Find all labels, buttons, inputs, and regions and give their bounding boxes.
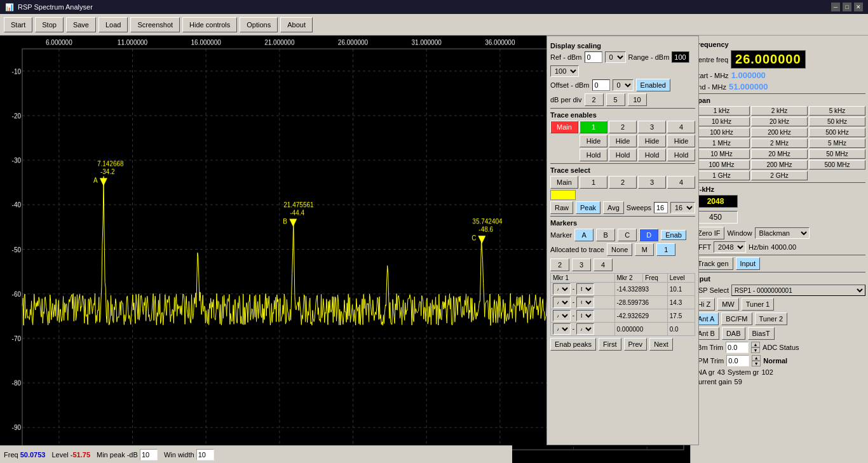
about-button[interactable]: About — [280, 17, 313, 32]
peak-button[interactable]: Peak — [576, 201, 600, 214]
maximize-button[interactable]: □ — [843, 3, 851, 11]
trace-4-hide[interactable]: Hide — [667, 135, 695, 147]
start-mhz-value[interactable]: 1.000000 — [731, 70, 766, 80]
select-4-button[interactable]: 4 — [667, 176, 695, 189]
span-100mhz[interactable]: 100 MHz — [693, 160, 750, 170]
span-50khz[interactable]: 50 kHz — [809, 117, 865, 126]
enab-button[interactable]: Enab — [661, 230, 686, 240]
span-5mhz[interactable]: 5 MHz — [809, 138, 865, 148]
minimize-button[interactable]: ─ — [831, 3, 840, 11]
offset-dbm-input[interactable] — [592, 79, 610, 91]
ppm-trim-up[interactable]: ▲ — [752, 355, 761, 361]
options-button[interactable]: Options — [240, 17, 278, 32]
select-2-button[interactable]: 2 — [609, 176, 637, 189]
marker-b-button[interactable]: B — [596, 229, 615, 241]
tuner2-button[interactable]: Tuner 2 — [755, 312, 788, 325]
marker-d-button[interactable]: D — [639, 229, 658, 241]
track-gen-button[interactable]: Track gen — [693, 257, 733, 270]
ifkhz-2048[interactable]: 2048 — [693, 195, 738, 208]
span-200mhz[interactable]: 200 MHz — [751, 160, 808, 170]
hide-controls-button[interactable]: Hide controls — [182, 17, 237, 32]
close-button[interactable]: ✕ — [854, 3, 863, 11]
load-button[interactable]: Load — [98, 17, 128, 32]
span-1khz[interactable]: 1 kHz — [693, 106, 750, 116]
select-1-button[interactable]: 1 — [580, 176, 607, 189]
span-50mhz[interactable]: 50 MHz — [809, 149, 865, 159]
window-select[interactable]: Blackman Hanning Rectangular — [755, 227, 810, 239]
nfft-select[interactable]: 2048 1024 4096 — [714, 241, 746, 253]
win-width-input[interactable] — [196, 449, 214, 460]
trace-1-hold[interactable]: Hold — [580, 149, 607, 161]
dbm-trim-down[interactable]: ▼ — [751, 347, 760, 353]
trace-main-button[interactable]: Main — [550, 121, 578, 133]
trace-4-button[interactable]: 4 — [667, 121, 695, 133]
rsp-select[interactable]: RSP1 - 0000000001 — [731, 285, 865, 296]
span-10mhz[interactable]: 10 MHz — [693, 149, 750, 159]
db-2-button[interactable]: 2 — [585, 93, 604, 106]
trace-3-hold[interactable]: Hold — [638, 149, 666, 161]
span-2ghz[interactable]: 2 GHz — [751, 171, 808, 180]
dab-button[interactable]: DAB — [722, 327, 745, 340]
enabled-button[interactable]: Enabled — [636, 79, 670, 91]
ppm-trim-down[interactable]: ▼ — [752, 361, 761, 366]
min-peak-input[interactable] — [140, 449, 158, 460]
stop-button[interactable]: Stop — [35, 17, 64, 32]
row4-mkr1-select[interactable]: A — [553, 323, 571, 335]
avg-button[interactable]: Avg — [603, 201, 624, 214]
sweeps-input[interactable] — [654, 202, 668, 213]
ppm-trim-spinner[interactable]: ▲ ▼ — [752, 355, 761, 366]
span-2khz[interactable]: 2 kHz — [751, 106, 808, 116]
dbm-trim-spinner[interactable]: ▲ ▼ — [751, 342, 760, 353]
range-dbm-dropdown[interactable]: 100 — [550, 65, 579, 77]
tuner1-button[interactable]: Tuner 1 — [742, 298, 775, 311]
span-2mhz[interactable]: 2 MHz — [751, 138, 808, 148]
span-1ghz[interactable]: 1 GHz — [693, 171, 750, 180]
ref-dbm-input[interactable] — [585, 51, 602, 63]
end-mhz-value[interactable]: 51.000000 — [729, 82, 768, 91]
trace-3-button[interactable]: 3 — [638, 121, 666, 133]
raw-button[interactable]: Raw — [550, 201, 573, 214]
dbm-trim-input[interactable] — [726, 342, 749, 353]
enab-peaks-button[interactable]: Enab peaks — [550, 338, 596, 351]
span-500mhz[interactable]: 500 MHz — [809, 160, 865, 170]
offset-dbm-dropdown[interactable]: 0 — [613, 79, 634, 91]
alloc-1[interactable]: 1 — [656, 243, 675, 256]
start-button[interactable]: Start — [4, 17, 32, 32]
select-main-button[interactable]: Main — [550, 176, 578, 189]
titlebar-controls[interactable]: ─ □ ✕ — [831, 3, 863, 11]
trace-1-button[interactable]: 1 — [580, 121, 607, 133]
db-10-button[interactable]: 10 — [628, 93, 647, 106]
row3-mkr2-select[interactable]: D — [576, 310, 594, 321]
centre-freq-display[interactable]: 26.000000 — [731, 50, 806, 69]
row4-mkr2-select[interactable]: A — [576, 323, 594, 335]
first-button[interactable]: First — [599, 338, 621, 351]
db-5-button[interactable]: 5 — [606, 93, 625, 106]
mw-button[interactable]: MW — [717, 298, 739, 311]
row2-mkr2-select[interactable]: C — [576, 297, 594, 308]
row1-mkr2-select[interactable]: B — [576, 283, 594, 295]
alloc-none[interactable]: None — [607, 243, 632, 256]
input-button[interactable]: Input — [736, 257, 760, 270]
span-10khz[interactable]: 10 kHz — [693, 117, 750, 126]
prev-button[interactable]: Prev — [624, 338, 648, 351]
bc-fm-button[interactable]: BC/FM — [721, 312, 752, 325]
alloc-4[interactable]: 4 — [593, 258, 613, 271]
trace-1-hide[interactable]: Hide — [580, 135, 607, 147]
trace-4-hold[interactable]: Hold — [667, 149, 695, 161]
marker-c-button[interactable]: C — [618, 229, 637, 241]
span-20khz[interactable]: 20 kHz — [751, 117, 808, 126]
select-3-button[interactable]: 3 — [638, 176, 666, 189]
screenshot-button[interactable]: Screenshot — [130, 17, 180, 32]
trace-2-button[interactable]: 2 — [609, 121, 637, 133]
span-1mhz[interactable]: 1 MHz — [693, 138, 750, 148]
dbm-trim-up[interactable]: ▲ — [751, 342, 760, 347]
ppm-trim-input[interactable] — [726, 355, 749, 366]
save-button[interactable]: Save — [66, 17, 96, 32]
next-button[interactable]: Next — [649, 338, 673, 351]
trace-2-hold[interactable]: Hold — [609, 149, 637, 161]
alloc-3[interactable]: 3 — [572, 258, 591, 271]
span-200khz[interactable]: 200 kHz — [751, 128, 808, 137]
ifkhz-450[interactable]: 450 — [693, 211, 738, 224]
sweeps-dropdown[interactable]: 16 — [670, 202, 695, 213]
marker-a-button[interactable]: A — [574, 229, 593, 241]
